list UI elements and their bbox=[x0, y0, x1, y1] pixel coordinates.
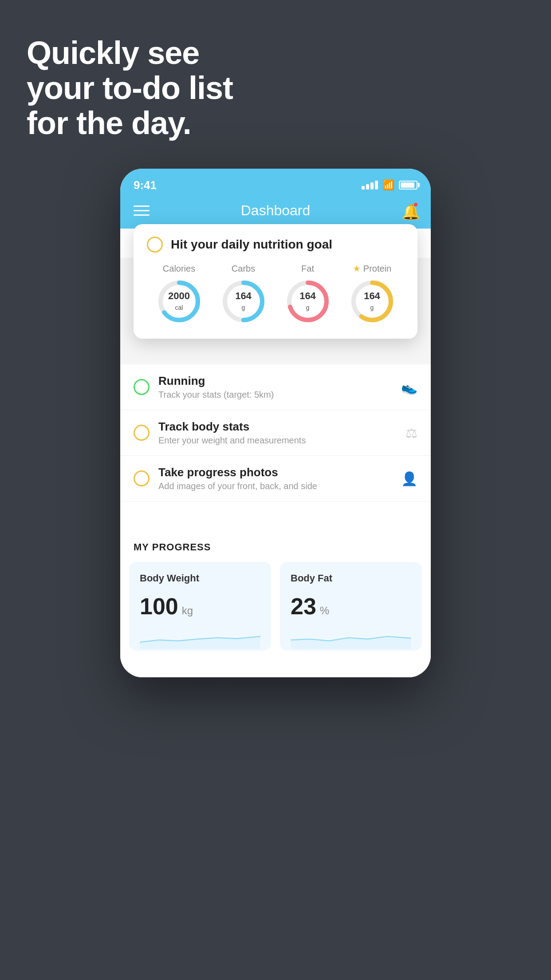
body-weight-unit: kg bbox=[182, 605, 193, 617]
protein-item: ★Protein 164 g bbox=[348, 263, 396, 325]
todo-title-running: Running bbox=[158, 374, 392, 388]
notification-bell-button[interactable]: 🔔 bbox=[401, 203, 417, 219]
protein-value: 164 g bbox=[364, 291, 380, 312]
task-radio-nutrition[interactable] bbox=[147, 237, 163, 253]
todo-item-running[interactable]: Running Track your stats (target: 5km) 👟 bbox=[120, 364, 431, 410]
running-icon: 👟 bbox=[401, 379, 417, 395]
content-area: THINGS TO DO TODAY Hit your daily nutrit… bbox=[120, 229, 431, 677]
todo-text-running: Running Track your stats (target: 5km) bbox=[158, 374, 392, 400]
fat-donut: 164 g bbox=[284, 277, 332, 325]
wifi-icon: 📶 bbox=[382, 179, 394, 191]
progress-title: MY PROGRESS bbox=[120, 528, 431, 562]
todo-title-photos: Take progress photos bbox=[158, 466, 392, 479]
calories-value: 2000 cal bbox=[168, 290, 190, 312]
person-icon: 👤 bbox=[401, 471, 417, 486]
signal-icon bbox=[362, 181, 378, 190]
todo-radio-running[interactable] bbox=[134, 379, 150, 395]
body-fat-value: 23 bbox=[291, 593, 316, 620]
fat-label: Fat bbox=[301, 264, 314, 274]
star-icon: ★ bbox=[353, 263, 361, 274]
todo-radio-photos[interactable] bbox=[134, 470, 150, 486]
battery-icon bbox=[399, 181, 417, 190]
nutrition-card: Hit your daily nutrition goal Calories 2… bbox=[134, 224, 417, 339]
fat-value: 164 g bbox=[299, 290, 316, 312]
status-bar: 9:41 📶 bbox=[120, 169, 431, 195]
protein-label: ★Protein bbox=[353, 263, 391, 274]
body-fat-unit: % bbox=[320, 605, 329, 617]
todo-sub-running: Track your stats (target: 5km) bbox=[158, 390, 392, 400]
protein-donut: 164 g bbox=[348, 277, 396, 325]
body-weight-card-title: Body Weight bbox=[140, 573, 260, 584]
calories-label: Calories bbox=[163, 264, 195, 274]
app-header: Dashboard 🔔 bbox=[120, 195, 431, 229]
carbs-label: Carbs bbox=[232, 264, 255, 274]
progress-section: MY PROGRESS Body Weight 100 kg Body Fat bbox=[120, 528, 431, 677]
body-weight-value: 100 bbox=[140, 593, 178, 620]
todo-radio-bodystats[interactable] bbox=[134, 425, 150, 441]
todo-title-bodystats: Track body stats bbox=[158, 420, 397, 434]
body-fat-chart bbox=[291, 627, 411, 649]
status-time: 9:41 bbox=[134, 178, 157, 192]
hamburger-menu-button[interactable] bbox=[134, 205, 150, 216]
todo-text-bodystats: Track body stats Enter your weight and m… bbox=[158, 420, 397, 446]
nutrition-card-title: Hit your daily nutrition goal bbox=[171, 237, 332, 252]
header-title: Dashboard bbox=[241, 202, 311, 219]
notification-dot bbox=[413, 202, 418, 207]
todo-text-photos: Take progress photos Add images of your … bbox=[158, 466, 392, 491]
fat-item: Fat 164 g bbox=[284, 264, 332, 325]
hero-text: Quickly see your to-do list for the day. bbox=[27, 36, 233, 141]
body-fat-card[interactable]: Body Fat 23 % bbox=[280, 562, 422, 651]
todo-list: Running Track your stats (target: 5km) 👟… bbox=[120, 364, 431, 502]
body-weight-card[interactable]: Body Weight 100 kg bbox=[129, 562, 271, 651]
body-weight-value-row: 100 kg bbox=[140, 593, 260, 620]
body-weight-chart bbox=[140, 627, 260, 649]
carbs-item: Carbs 164 g bbox=[220, 264, 268, 325]
scale-icon: ⚖ bbox=[405, 425, 417, 441]
todo-sub-photos: Add images of your front, back, and side bbox=[158, 481, 392, 491]
todo-sub-bodystats: Enter your weight and measurements bbox=[158, 435, 397, 446]
status-icons: 📶 bbox=[362, 179, 417, 191]
calories-donut: 2000 cal bbox=[155, 277, 203, 325]
body-fat-card-title: Body Fat bbox=[291, 573, 411, 584]
phone-mockup: 9:41 📶 Dashboard 🔔 bbox=[120, 169, 431, 677]
progress-cards: Body Weight 100 kg Body Fat 23 % bbox=[120, 562, 431, 651]
carbs-value: 164 g bbox=[235, 290, 252, 312]
todo-item-photos[interactable]: Take progress photos Add images of your … bbox=[120, 456, 431, 502]
carbs-donut: 164 g bbox=[220, 277, 268, 325]
todo-item-bodystats[interactable]: Track body stats Enter your weight and m… bbox=[120, 410, 431, 456]
body-fat-value-row: 23 % bbox=[291, 593, 411, 620]
nutrition-circles: Calories 2000 cal Carbs bbox=[147, 263, 404, 325]
calories-item: Calories 2000 cal bbox=[155, 264, 203, 325]
